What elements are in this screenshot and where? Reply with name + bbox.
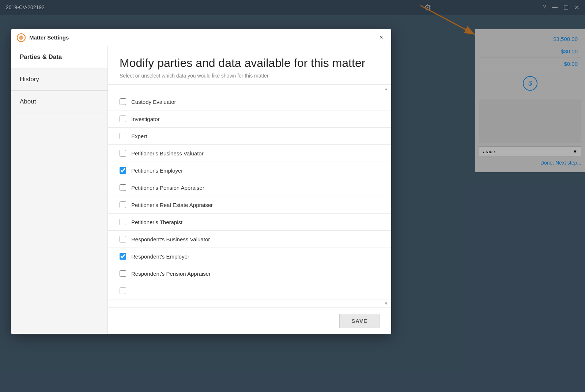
list-item: Respondent's Employer bbox=[108, 248, 391, 265]
checkbox-petitioner-therapist[interactable] bbox=[120, 219, 126, 225]
checkbox-respondent-pension-appraiser[interactable] bbox=[120, 270, 126, 277]
item-label-respondent-pension-appraiser: Respondent's Pension Appraiser bbox=[131, 271, 211, 277]
dialog-nav: Parties & Data History 1 About 2 bbox=[11, 46, 108, 334]
checkbox-partial[interactable] bbox=[120, 287, 126, 294]
checkbox-respondent-employer[interactable] bbox=[120, 253, 126, 260]
list-item: Respondent's Pension Appraiser bbox=[108, 265, 391, 282]
nav-item-about[interactable]: About 2 bbox=[11, 91, 107, 113]
item-label-petitioner-employer: Petitioner's Employer bbox=[131, 167, 183, 174]
list-item: Custody Evaluator bbox=[108, 93, 391, 110]
content-title: Modify parties and data available for th… bbox=[120, 56, 380, 70]
list-item-partial bbox=[108, 282, 391, 299]
content-header: Modify parties and data available for th… bbox=[108, 46, 391, 85]
checkbox-expert[interactable] bbox=[120, 133, 126, 139]
list-item: Respondent's Business Valuator bbox=[108, 231, 391, 248]
dialog-title: Matter Settings bbox=[29, 34, 373, 41]
item-label-petitioner-therapist: Petitioner's Therapist bbox=[131, 219, 182, 225]
dialog-titlebar: Matter Settings × bbox=[11, 29, 391, 46]
dialog-close-button[interactable]: × bbox=[377, 33, 385, 42]
list-item: Petitioner's Business Valuator bbox=[108, 145, 391, 162]
app-logo bbox=[17, 33, 26, 42]
checkbox-petitioner-employer[interactable] bbox=[120, 167, 126, 174]
item-label-custody-evaluator: Custody Evaluator bbox=[131, 99, 176, 105]
dialog-overlay: Matter Settings × Parties & Data History… bbox=[0, 0, 585, 392]
checkbox-petitioner-business-valuator[interactable] bbox=[120, 150, 126, 157]
scroll-up-indicator: ▲ bbox=[384, 86, 388, 91]
list-item: Petitioner's Pension Appraiser bbox=[108, 179, 391, 196]
checkbox-custody-evaluator[interactable] bbox=[120, 98, 126, 105]
checkbox-respondent-business-valuator[interactable] bbox=[120, 236, 126, 242]
list-item: Investigator bbox=[108, 110, 391, 128]
list-item: Petitioner's Real Estate Appraiser bbox=[108, 196, 391, 214]
save-button[interactable]: SAVE bbox=[339, 314, 380, 328]
dialog-content: Modify parties and data available for th… bbox=[108, 46, 391, 334]
item-label-petitioner-pension-appraiser: Petitioner's Pension Appraiser bbox=[131, 185, 204, 191]
list-item: Expert bbox=[108, 128, 391, 145]
item-label-investigator: Investigator bbox=[131, 116, 160, 122]
checkbox-petitioner-pension-appraiser[interactable] bbox=[120, 184, 126, 191]
matter-settings-dialog: Matter Settings × Parties & Data History… bbox=[11, 29, 391, 334]
item-label-respondent-business-valuator: Respondent's Business Valuator bbox=[131, 236, 210, 242]
item-label-respondent-employer: Respondent's Employer bbox=[131, 253, 189, 260]
checkbox-petitioner-real-estate-appraiser[interactable] bbox=[120, 201, 126, 208]
item-label-expert: Expert bbox=[131, 133, 147, 139]
content-subtitle: Select or unselect which data you would … bbox=[120, 73, 380, 79]
dialog-body: Parties & Data History 1 About 2 bbox=[11, 46, 391, 334]
dialog-footer: SAVE bbox=[108, 308, 391, 334]
nav-item-parties-data[interactable]: Parties & Data bbox=[11, 46, 107, 68]
checkbox-investigator[interactable] bbox=[120, 116, 126, 122]
item-label-petitioner-real-estate-appraiser: Petitioner's Real Estate Appraiser bbox=[131, 202, 213, 208]
item-label-petitioner-business-valuator: Petitioner's Business Valuator bbox=[131, 150, 204, 157]
scroll-down-indicator: ▼ bbox=[384, 301, 388, 306]
checkbox-list: ▲ Custody Evaluator Investigator bbox=[108, 85, 391, 308]
list-item: Petitioner's Therapist bbox=[108, 214, 391, 231]
nav-item-history[interactable]: History 1 bbox=[11, 68, 107, 91]
list-item: Petitioner's Employer bbox=[108, 162, 391, 179]
content-scroll-wrapper: ▲ Custody Evaluator Investigator bbox=[108, 85, 391, 308]
